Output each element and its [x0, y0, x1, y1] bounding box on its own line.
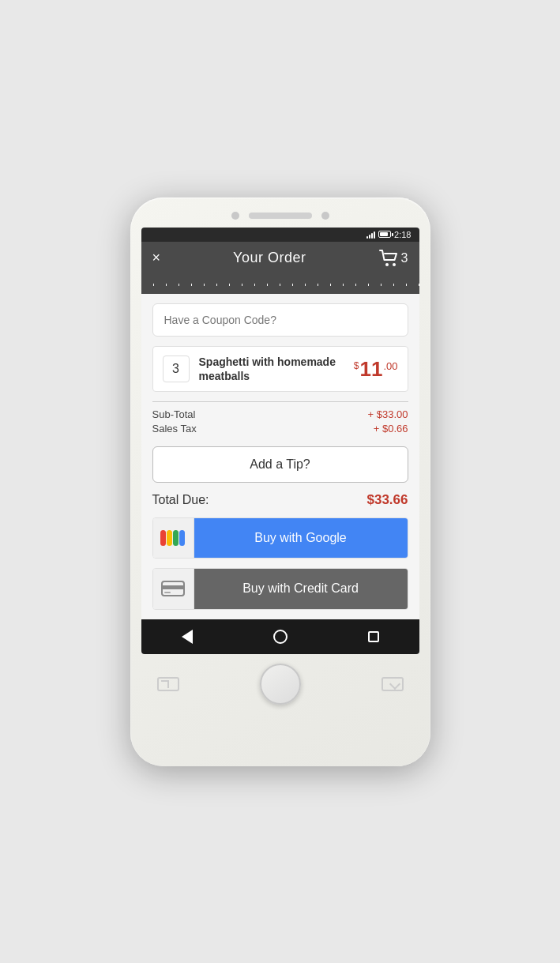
screen-content: 3 Spaghetti with homemade meatballs $ 11…	[141, 288, 419, 619]
total-due-value: $33.66	[367, 492, 408, 508]
header-title: Your Order	[233, 250, 306, 266]
phone-top-hardware	[141, 212, 419, 220]
total-due-row: Total Due: $33.66	[152, 492, 408, 508]
front-camera-left	[231, 212, 239, 220]
hardware-button-left	[157, 677, 179, 691]
bottom-navigation	[141, 619, 419, 654]
google-wallet-icon	[160, 529, 186, 547]
cart-area[interactable]: 3	[379, 250, 408, 267]
svg-rect-2	[160, 530, 166, 546]
phone-screen: 2:18 × Your Order 3 3	[141, 228, 419, 654]
tax-label: Sales Tax	[152, 423, 197, 434]
home-nav-button[interactable]	[273, 630, 288, 644]
item-price: $ 11 .00	[354, 359, 398, 379]
phone-speaker	[249, 213, 312, 219]
subtotal-label: Sub-Total	[152, 408, 196, 420]
price-dollar-sign: $	[354, 360, 359, 371]
google-pay-button[interactable]: Buy with Google	[194, 517, 408, 559]
order-item-row: 3 Spaghetti with homemade meatballs $ 11…	[152, 346, 408, 392]
credit-card-icon-box	[153, 568, 194, 609]
signal-bars-icon	[366, 231, 375, 239]
tax-row: Sales Tax + $0.66	[152, 423, 408, 434]
phone-bottom-hardware	[141, 664, 419, 705]
front-camera-right	[321, 212, 329, 220]
cart-count: 3	[401, 251, 408, 265]
svg-point-0	[385, 263, 389, 266]
tax-value: + $0.66	[374, 423, 408, 434]
item-name: Spaghetti with homemade meatballs	[199, 355, 344, 383]
wavy-divider	[141, 275, 419, 288]
status-time: 2:18	[394, 230, 411, 239]
svg-point-1	[393, 263, 396, 266]
subtotal-row: Sub-Total + $33.00	[152, 408, 408, 420]
add-tip-button[interactable]: Add a Tip?	[152, 446, 408, 483]
item-quantity: 3	[163, 355, 190, 382]
battery-icon	[378, 231, 391, 238]
price-cents: .00	[383, 360, 397, 372]
svg-rect-3	[167, 530, 172, 546]
close-button[interactable]: ×	[152, 250, 161, 266]
svg-rect-5	[179, 530, 185, 546]
totals-section: Sub-Total + $33.00 Sales Tax + $0.66	[152, 401, 408, 437]
hardware-home-button[interactable]	[260, 664, 301, 705]
google-wallet-icon-box	[153, 517, 194, 559]
total-due-label: Total Due:	[152, 493, 209, 507]
status-icons: 2:18	[366, 230, 411, 239]
credit-card-button[interactable]: Buy with Credit Card	[194, 568, 408, 609]
credit-card-icon	[161, 580, 185, 597]
coupon-input[interactable]	[152, 303, 408, 337]
recents-nav-button[interactable]	[368, 631, 379, 642]
cart-icon	[379, 250, 400, 267]
back-nav-button[interactable]	[182, 630, 193, 644]
phone-frame: 2:18 × Your Order 3 3	[130, 197, 430, 766]
subtotal-value: + $33.00	[368, 408, 408, 420]
credit-card-row[interactable]: Buy with Credit Card	[152, 568, 408, 609]
app-header: × Your Order 3	[141, 242, 419, 275]
hardware-button-right	[381, 677, 404, 691]
status-bar: 2:18	[141, 228, 419, 242]
svg-rect-8	[164, 592, 171, 593]
google-pay-row[interactable]: Buy with Google	[152, 517, 408, 559]
svg-rect-7	[162, 585, 184, 589]
svg-rect-4	[173, 530, 179, 546]
totals-divider	[152, 401, 408, 402]
price-main: 11	[360, 359, 383, 379]
